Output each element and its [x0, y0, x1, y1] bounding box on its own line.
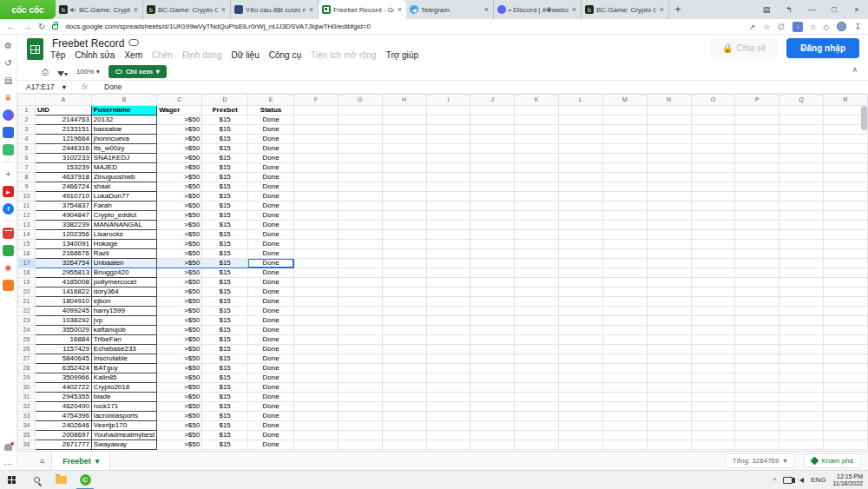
cell[interactable]: [824, 211, 868, 221]
cell[interactable]: [426, 412, 470, 421]
cell-B22[interactable]: harry1599: [91, 307, 156, 316]
cell[interactable]: [691, 278, 735, 287]
cell-B20[interactable]: dory364: [91, 287, 156, 297]
settings-icon[interactable]: ⚙: [3, 40, 14, 51]
cell[interactable]: [647, 297, 691, 307]
column-header-H[interactable]: H: [382, 95, 426, 106]
cell[interactable]: [824, 364, 868, 373]
cell-E2[interactable]: Done: [248, 116, 294, 125]
cell[interactable]: [382, 268, 426, 278]
cell[interactable]: [515, 383, 559, 393]
cell-C3[interactable]: >$50: [157, 125, 202, 135]
cell-D14[interactable]: $15: [202, 230, 248, 240]
cell[interactable]: [691, 421, 735, 431]
cell-C18[interactable]: >$50: [157, 268, 202, 278]
cell[interactable]: [470, 154, 515, 163]
cell[interactable]: [382, 326, 426, 335]
cell-E35[interactable]: Done: [248, 431, 294, 440]
cell-C6[interactable]: >$50: [157, 154, 202, 163]
cell[interactable]: [338, 268, 382, 278]
close-button[interactable]: ×: [845, 5, 868, 14]
cell[interactable]: [338, 173, 382, 182]
cell[interactable]: [338, 259, 382, 268]
cell[interactable]: [559, 421, 603, 431]
cell-E8[interactable]: Done: [248, 173, 294, 182]
cell[interactable]: [515, 154, 559, 163]
cell[interactable]: [779, 297, 824, 307]
cell-E1[interactable]: Status: [248, 106, 294, 116]
collapse-toolbar-icon[interactable]: ∧: [852, 65, 858, 74]
cell[interactable]: [602, 249, 647, 259]
cell-A28[interactable]: 6352424: [35, 364, 91, 373]
cell[interactable]: [691, 364, 735, 373]
cell[interactable]: [602, 307, 647, 316]
cell[interactable]: [647, 182, 691, 192]
cell[interactable]: [691, 163, 735, 173]
coccoc-logo[interactable]: cốc cốc: [0, 0, 56, 19]
cell[interactable]: [824, 163, 868, 173]
cell-E14[interactable]: Done: [248, 230, 294, 240]
cell[interactable]: [470, 211, 515, 221]
cell[interactable]: [691, 402, 735, 412]
cell[interactable]: [779, 125, 824, 135]
cell[interactable]: [338, 240, 382, 249]
row-header-30[interactable]: 30: [18, 383, 36, 393]
cell[interactable]: [559, 259, 603, 268]
cell[interactable]: [515, 163, 559, 173]
tab-audio-icon[interactable]: [70, 7, 76, 13]
vertical-scrollbar[interactable]: [861, 106, 867, 130]
cart-icon[interactable]: [3, 280, 14, 291]
cell[interactable]: [602, 125, 647, 135]
row-header-13[interactable]: 13: [18, 221, 36, 230]
cell[interactable]: [470, 307, 515, 316]
cell[interactable]: [515, 402, 559, 412]
cell[interactable]: [779, 412, 824, 421]
column-header-O[interactable]: O: [691, 95, 735, 106]
cell[interactable]: [294, 144, 339, 154]
cell[interactable]: [382, 297, 426, 307]
cell[interactable]: [426, 373, 470, 383]
cell-E5[interactable]: Done: [248, 144, 294, 154]
cell[interactable]: [515, 297, 559, 307]
cell-C34[interactable]: >$50: [157, 421, 202, 431]
cell-E9[interactable]: Done: [248, 182, 294, 192]
cell[interactable]: [824, 154, 868, 163]
cell-C16[interactable]: >$50: [157, 249, 202, 259]
share-button[interactable]: 🔒Chia sẻ: [710, 39, 778, 57]
menu-công-cụ[interactable]: Công cụ: [269, 50, 301, 60]
browser-tab-5[interactable]: ◀Telegram×: [406, 0, 494, 19]
cell-E33[interactable]: Done: [248, 412, 294, 421]
cell[interactable]: [691, 125, 735, 135]
cell[interactable]: [338, 383, 382, 393]
cell[interactable]: [338, 154, 382, 163]
cell[interactable]: [559, 240, 603, 249]
cell-E36[interactable]: Done: [248, 440, 294, 450]
select-all-corner[interactable]: [18, 95, 36, 106]
cell[interactable]: [559, 345, 603, 354]
cell[interactable]: [824, 431, 868, 440]
cell[interactable]: [470, 106, 515, 116]
cell-C29[interactable]: >$50: [157, 373, 202, 383]
formula-input[interactable]: Done: [97, 83, 122, 91]
cell[interactable]: [470, 335, 515, 345]
cell[interactable]: [779, 354, 824, 364]
cell[interactable]: [426, 144, 470, 154]
cell[interactable]: [647, 316, 691, 326]
cell[interactable]: [470, 173, 515, 182]
row-header-23[interactable]: 23: [18, 316, 36, 326]
cell[interactable]: [691, 221, 735, 230]
cell[interactable]: [647, 383, 691, 393]
cell[interactable]: [824, 173, 868, 182]
cell[interactable]: [515, 373, 559, 383]
cell[interactable]: [294, 307, 339, 316]
cell[interactable]: [824, 354, 868, 364]
cell[interactable]: [338, 116, 382, 125]
cell[interactable]: [338, 278, 382, 287]
cell[interactable]: [426, 163, 470, 173]
cell[interactable]: [824, 182, 868, 192]
cell-C25[interactable]: >$50: [157, 335, 202, 345]
browser-tab-6[interactable]: • Discord | #❀welcome×: [494, 0, 582, 19]
cell[interactable]: [515, 173, 559, 182]
cell[interactable]: [647, 221, 691, 230]
cell[interactable]: [779, 106, 824, 116]
